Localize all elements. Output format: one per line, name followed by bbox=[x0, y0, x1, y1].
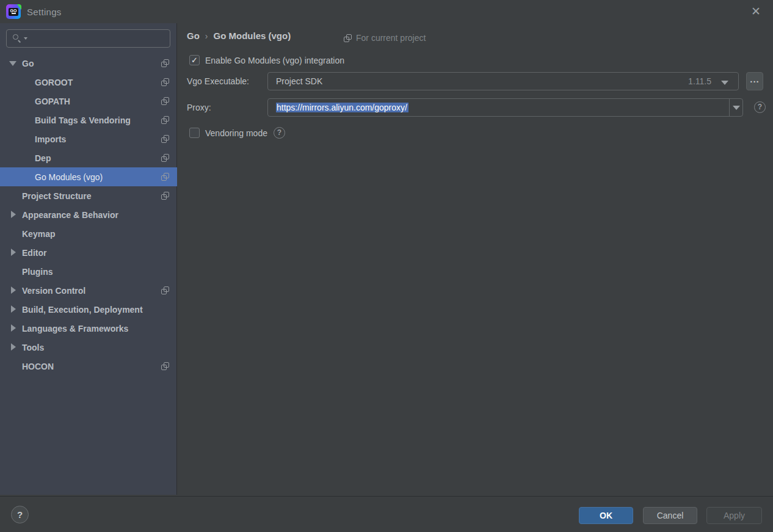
chevron-collapsed-icon[interactable] bbox=[11, 343, 16, 351]
sidebar-item-hocon[interactable]: HOCON bbox=[0, 357, 177, 376]
vgo-executable-select[interactable]: Project SDK 1.11.5 bbox=[267, 72, 739, 90]
vendoring-mode-row: Vendoring mode ? bbox=[189, 127, 285, 139]
cancel-button[interactable]: Cancel bbox=[643, 507, 697, 524]
sidebar-item-build-execution-deployment[interactable]: Build, Execution, Deployment bbox=[0, 300, 177, 319]
chevron-expanded-icon[interactable] bbox=[9, 61, 16, 66]
project-settings-icon bbox=[161, 173, 169, 181]
chevron-collapsed-icon[interactable] bbox=[11, 249, 16, 256]
chevron-collapsed-icon[interactable] bbox=[11, 211, 16, 218]
proxy-label: Proxy: bbox=[187, 103, 211, 112]
close-icon[interactable]: ✕ bbox=[751, 5, 761, 18]
proxy-dropdown-button[interactable] bbox=[729, 99, 742, 116]
goland-logo-icon: GO bbox=[6, 4, 21, 19]
vendoring-help-icon[interactable]: ? bbox=[274, 127, 285, 139]
sidebar-item-build-tags-vendoring[interactable]: Build Tags & Vendoring bbox=[0, 111, 177, 129]
sidebar-item-go[interactable]: Go bbox=[0, 54, 177, 73]
project-settings-icon bbox=[161, 97, 169, 105]
project-settings-icon bbox=[161, 59, 169, 67]
sidebar-item-dep[interactable]: Dep bbox=[0, 148, 177, 167]
ok-button[interactable]: OK bbox=[579, 507, 633, 524]
vendoring-mode-label: Vendoring mode bbox=[205, 128, 267, 138]
chevron-down-icon[interactable] bbox=[721, 81, 728, 85]
vendoring-mode-checkbox[interactable] bbox=[189, 128, 200, 138]
vgo-sdk-version: 1.11.5 bbox=[688, 76, 711, 86]
proxy-help-icon[interactable]: ? bbox=[754, 101, 766, 113]
sidebar-item-goroot[interactable]: GOROOT bbox=[0, 73, 177, 92]
enable-go-modules-label: Enable Go Modules (vgo) integration bbox=[205, 56, 344, 65]
enable-go-modules-checkbox[interactable]: ✓ bbox=[189, 55, 200, 65]
help-button[interactable]: ? bbox=[11, 506, 29, 523]
vgo-executable-value: Project SDK bbox=[268, 76, 322, 86]
vgo-executable-label: Vgo Executable: bbox=[187, 76, 249, 86]
sidebar-item-tools[interactable]: Tools bbox=[0, 338, 177, 357]
sidebar-item-gopath[interactable]: GOPATH bbox=[0, 92, 177, 111]
sidebar-item-version-control[interactable]: Version Control bbox=[0, 281, 177, 300]
settings-content-panel: Go›Go Modules (vgo) For current project … bbox=[178, 23, 773, 496]
project-settings-icon bbox=[161, 154, 169, 162]
proxy-combobox[interactable]: https://mirrors.aliyun.com/goproxy/ bbox=[267, 98, 743, 117]
settings-sidebar: Go GOROOT GOPATH Build Tags & Vendoring … bbox=[0, 23, 177, 495]
scope-indicator: For current project bbox=[344, 33, 426, 43]
sidebar-item-editor[interactable]: Editor bbox=[0, 243, 177, 262]
sidebar-item-go-modules-vgo[interactable]: Go Modules (vgo) bbox=[0, 167, 177, 186]
breadcrumb: Go›Go Modules (vgo) bbox=[187, 31, 291, 41]
goland-logo-text: GO bbox=[9, 8, 18, 16]
settings-tree: Go GOROOT GOPATH Build Tags & Vendoring … bbox=[0, 54, 177, 376]
proxy-value[interactable]: https://mirrors.aliyun.com/goproxy/ bbox=[276, 103, 408, 112]
project-settings-icon bbox=[161, 135, 169, 143]
sidebar-item-keymap[interactable]: Keymap bbox=[0, 224, 177, 243]
sidebar-item-plugins[interactable]: Plugins bbox=[0, 262, 177, 281]
breadcrumb-separator: › bbox=[200, 31, 214, 41]
project-settings-icon bbox=[161, 362, 169, 370]
dialog-footer: ? OK Cancel Apply bbox=[0, 496, 773, 532]
enable-go-modules-row: ✓ Enable Go Modules (vgo) integration bbox=[189, 55, 344, 65]
sidebar-item-appearance-behavior[interactable]: Appearance & Behavior bbox=[0, 205, 177, 224]
search-icon bbox=[12, 34, 22, 43]
chevron-collapsed-icon[interactable] bbox=[11, 324, 16, 332]
project-settings-icon bbox=[161, 116, 169, 124]
project-settings-icon bbox=[161, 78, 169, 86]
project-settings-icon bbox=[161, 286, 169, 294]
sidebar-item-project-structure[interactable]: Project Structure bbox=[0, 186, 177, 205]
search-input[interactable] bbox=[27, 30, 170, 47]
browse-button[interactable]: ... bbox=[746, 72, 763, 90]
scope-label: For current project bbox=[356, 33, 426, 43]
breadcrumb-parent: Go bbox=[187, 31, 200, 41]
sidebar-item-languages-frameworks[interactable]: Languages & Frameworks bbox=[0, 319, 177, 338]
project-settings-icon bbox=[344, 34, 352, 42]
apply-button[interactable]: Apply bbox=[706, 507, 762, 524]
titlebar: GO Settings ✕ bbox=[0, 0, 773, 23]
chevron-down-icon bbox=[733, 106, 740, 110]
project-settings-icon bbox=[161, 192, 169, 200]
chevron-collapsed-icon[interactable] bbox=[11, 286, 16, 294]
chevron-collapsed-icon[interactable] bbox=[11, 305, 16, 313]
page-title: Go Modules (vgo) bbox=[214, 31, 291, 41]
sidebar-item-imports[interactable]: Imports bbox=[0, 129, 177, 148]
window-title: Settings bbox=[27, 7, 62, 17]
search-box[interactable] bbox=[6, 29, 170, 48]
